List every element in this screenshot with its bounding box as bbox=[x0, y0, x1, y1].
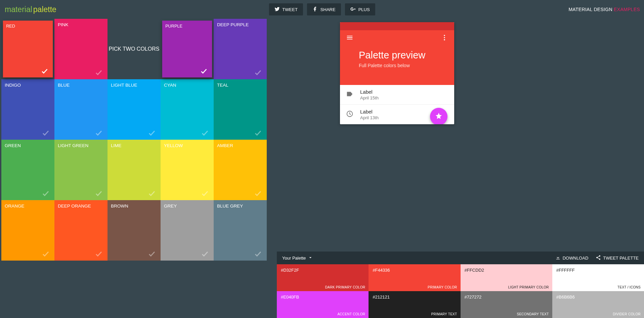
check-icon bbox=[42, 129, 50, 137]
color-grid: REDPINKPURPLEDEEP PURPLEINDIGOBLUELIGHT … bbox=[1, 19, 267, 261]
palette-cell-dark-primary-color[interactable]: #D32F2FDARK PRIMARY COLOR bbox=[277, 264, 369, 291]
check-icon bbox=[201, 189, 209, 197]
preview-subtitle: Full Palette colors below bbox=[359, 63, 446, 68]
download-button[interactable]: DOWNLOAD bbox=[555, 255, 589, 261]
svg-point-2 bbox=[444, 39, 445, 41]
palette-cell-primary-color[interactable]: #F44336PRIMARY COLOR bbox=[369, 264, 460, 291]
fab-button[interactable] bbox=[430, 108, 447, 124]
swatch-teal[interactable]: TEAL bbox=[214, 79, 267, 140]
tweet-palette-label: TWEET PALETTE bbox=[603, 256, 639, 261]
brand[interactable]: materialpalette bbox=[5, 5, 56, 14]
palette-cell-divider-color[interactable]: #B6B6B6DIVIDER COLOR bbox=[552, 291, 644, 318]
palette-role: DIVIDER COLOR bbox=[613, 312, 641, 316]
check-icon bbox=[201, 129, 209, 137]
palette-cell-text-icons[interactable]: #FFFFFFTEXT / ICONS bbox=[552, 264, 644, 291]
palette-role: PRIMARY TEXT bbox=[431, 312, 457, 316]
preview-darkbar bbox=[340, 22, 454, 30]
palette-actions: DOWNLOAD TWEET PALETTE bbox=[555, 255, 639, 261]
swatch-label: DEEP ORANGE bbox=[58, 203, 91, 209]
palette-hex: #FFCDD2 bbox=[465, 268, 548, 273]
palette-cell-primary-text[interactable]: #212121PRIMARY TEXT bbox=[369, 291, 460, 318]
share-label: SHARE bbox=[320, 7, 336, 12]
palette-role: PRIMARY COLOR bbox=[428, 285, 457, 289]
swatch-label: LIGHT BLUE bbox=[111, 83, 137, 88]
chevron-down-icon bbox=[308, 255, 313, 261]
swatch-label: TEAL bbox=[217, 83, 228, 88]
svg-point-1 bbox=[444, 37, 445, 38]
check-icon bbox=[95, 69, 103, 77]
swatch-amber[interactable]: AMBER bbox=[214, 140, 267, 200]
google-plus-icon bbox=[350, 6, 356, 13]
preview-appbar: Palette preview Full Palette colors belo… bbox=[340, 30, 454, 85]
list-text: LabelApril 13th bbox=[360, 109, 379, 120]
check-icon bbox=[41, 67, 49, 75]
preview-card: Palette preview Full Palette colors belo… bbox=[340, 22, 454, 124]
palette-header: Your Palette DOWNLOAD TWEET PALETTE bbox=[277, 252, 644, 264]
swatch-grey[interactable]: GREY bbox=[161, 200, 214, 261]
swatch-yellow[interactable]: YELLOW bbox=[161, 140, 214, 200]
check-icon bbox=[95, 129, 103, 137]
palette-role: DARK PRIMARY COLOR bbox=[325, 285, 366, 289]
swatch-label: INDIGO bbox=[5, 83, 21, 88]
swatch-indigo[interactable]: INDIGO bbox=[1, 79, 54, 140]
swatch-label: CYAN bbox=[164, 83, 176, 88]
palette-cell-light-primary-color[interactable]: #FFCDD2LIGHT PRIMARY COLOR bbox=[461, 264, 552, 291]
download-icon bbox=[555, 255, 561, 261]
palette-hex: #D32F2F bbox=[281, 268, 364, 273]
header-ex-label: EXAMPLES bbox=[614, 7, 640, 12]
swatch-light-green[interactable]: LIGHT GREEN bbox=[54, 140, 108, 200]
tweet-button[interactable]: TWEET bbox=[269, 3, 303, 15]
download-label: DOWNLOAD bbox=[563, 256, 589, 261]
plus-label: PLUS bbox=[358, 7, 370, 12]
swatch-label: DEEP PURPLE bbox=[217, 22, 249, 27]
swatch-blue-grey[interactable]: BLUE GREY bbox=[214, 200, 267, 261]
plus-button[interactable]: PLUS bbox=[345, 3, 375, 15]
swatch-deep-purple[interactable]: DEEP PURPLE bbox=[214, 19, 267, 79]
check-icon bbox=[201, 250, 209, 258]
palette-title-dropdown[interactable]: Your Palette bbox=[282, 255, 313, 261]
palette-hex: #FFFFFF bbox=[556, 268, 640, 273]
check-icon bbox=[254, 69, 262, 77]
swatch-label: YELLOW bbox=[164, 143, 183, 148]
swatch-deep-orange[interactable]: DEEP ORANGE bbox=[54, 200, 108, 261]
swatch-label: RED bbox=[6, 24, 15, 29]
swatch-label: BROWN bbox=[111, 203, 128, 209]
palette-hex: #E040FB bbox=[281, 294, 364, 300]
swatch-label: ORANGE bbox=[5, 203, 25, 209]
palette-cells: #D32F2FDARK PRIMARY COLOR#F44336PRIMARY … bbox=[277, 264, 644, 318]
palette-hex: #727272 bbox=[465, 294, 548, 300]
swatch-label: BLUE GREY bbox=[217, 203, 243, 209]
tweet-palette-button[interactable]: TWEET PALETTE bbox=[596, 255, 639, 261]
palette-panel: Your Palette DOWNLOAD TWEET PALETTE #D32… bbox=[277, 252, 644, 318]
palette-cell-accent-color[interactable]: #E040FBACCENT COLOR bbox=[277, 291, 369, 318]
list-sublabel: April 15th bbox=[360, 95, 379, 100]
share-button[interactable]: SHARE bbox=[307, 3, 341, 15]
swatch-brown[interactable]: BROWN bbox=[108, 200, 161, 261]
check-icon bbox=[95, 250, 103, 258]
palette-cell-secondary-text[interactable]: #727272SECONDARY TEXT bbox=[461, 291, 552, 318]
check-icon bbox=[42, 189, 50, 197]
check-icon bbox=[42, 250, 50, 258]
brand-left: material bbox=[5, 5, 32, 14]
check-icon bbox=[148, 250, 156, 258]
swatch-lime[interactable]: LIME bbox=[108, 140, 161, 200]
examples-link[interactable]: MATERIAL DESIGN EXAMPLES bbox=[568, 7, 640, 12]
swatch-pink[interactable]: PINK bbox=[54, 19, 108, 79]
swatch-blue[interactable]: BLUE bbox=[54, 79, 108, 140]
facebook-icon bbox=[312, 6, 318, 13]
svg-point-0 bbox=[444, 35, 445, 36]
check-icon bbox=[95, 189, 103, 197]
swatch-purple[interactable]: PURPLE bbox=[162, 20, 212, 77]
list-label: Label bbox=[360, 89, 379, 95]
swatch-label: LIME bbox=[111, 143, 122, 148]
swatch-cyan[interactable]: CYAN bbox=[161, 79, 214, 140]
swatch-light-blue[interactable]: LIGHT BLUE bbox=[108, 79, 161, 140]
swatch-green[interactable]: GREEN bbox=[1, 140, 54, 200]
list-item[interactable]: LabelApril 15th bbox=[340, 85, 454, 105]
hamburger-icon[interactable] bbox=[346, 34, 353, 43]
more-vert-icon[interactable] bbox=[441, 34, 448, 43]
swatch-red[interactable]: RED bbox=[3, 20, 53, 77]
swatch-orange[interactable]: ORANGE bbox=[1, 200, 54, 261]
list-text: LabelApril 15th bbox=[360, 89, 379, 100]
swatch-label: BLUE bbox=[58, 83, 70, 88]
